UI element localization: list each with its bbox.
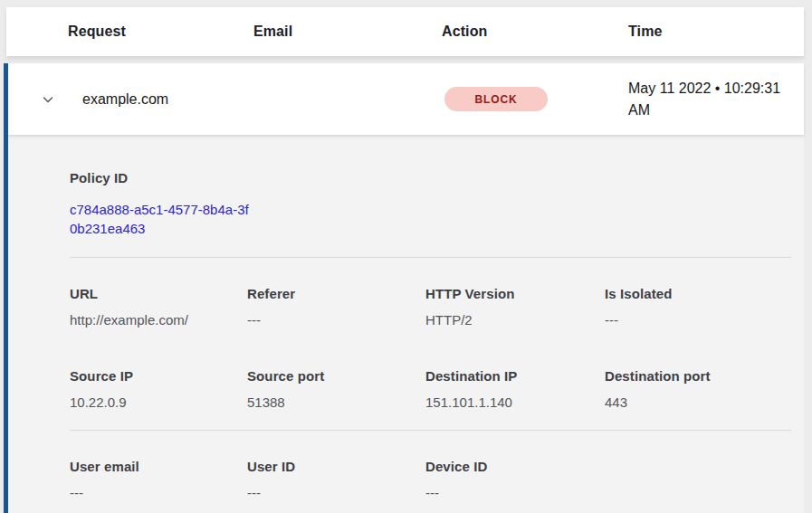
policy-id-link[interactable]: c784a888-a5c1-4577-8b4a-3f0b231ea463	[70, 200, 251, 238]
request-log-card: Request Email Action Time example.com BL…	[6, 7, 804, 513]
field-user-id-label: User ID	[247, 458, 425, 476]
field-user-email-value: ---	[70, 484, 247, 502]
table-header: Request Email Action Time	[6, 7, 804, 56]
policy-id-label: Policy ID	[70, 169, 791, 187]
field-user-email: User email ---	[70, 458, 247, 502]
field-referer: Referer ---	[247, 285, 425, 329]
detail-fields-row-user: User email --- User ID --- Device ID ---	[6, 458, 791, 502]
field-is-isolated-value: ---	[605, 311, 791, 329]
column-header-time: Time	[628, 24, 804, 40]
field-source-port-value: 51388	[247, 394, 425, 412]
field-source-ip-value: 10.22.0.9	[70, 394, 247, 412]
field-user-email-label: User email	[70, 458, 247, 476]
row-detail-panel: Policy ID c784a888-a5c1-4577-8b4a-3f0b23…	[6, 137, 804, 513]
field-destination-ip-label: Destination IP	[425, 367, 605, 385]
header-row-gap	[6, 56, 804, 63]
field-url-value: http://example.com/	[70, 311, 247, 329]
field-referer-label: Referer	[247, 285, 425, 303]
field-referer-value: ---	[247, 311, 425, 329]
section-divider	[70, 257, 791, 258]
field-is-isolated: Is Isolated ---	[605, 285, 791, 329]
detail-fields-row-http: URL http://example.com/ Referer --- HTTP…	[6, 285, 791, 329]
field-destination-port-label: Destination port	[605, 367, 791, 385]
field-user-id: User ID ---	[247, 458, 425, 502]
field-user-id-value: ---	[247, 484, 425, 502]
field-destination-ip: Destination IP 151.101.1.140	[425, 367, 605, 412]
field-source-ip-label: Source IP	[70, 367, 247, 385]
field-http-version-value: HTTP/2	[425, 311, 605, 329]
field-is-isolated-label: Is Isolated	[605, 285, 791, 303]
column-header-request: Request	[68, 24, 253, 40]
row-action-cell: BLOCK	[444, 87, 628, 111]
field-http-version: HTTP Version HTTP/2	[425, 285, 605, 329]
detail-fields-row-network: Source IP 10.22.0.9 Source port 51388 De…	[6, 367, 791, 412]
chevron-down-icon[interactable]	[39, 90, 57, 109]
field-source-port: Source port 51388	[247, 367, 425, 412]
row-request-value: example.com	[70, 91, 444, 108]
row-time-value: May 11 2022 • 10:29:31 AM	[628, 78, 791, 121]
field-destination-port-value: 443	[605, 394, 791, 412]
policy-id-section: Policy ID c784a888-a5c1-4577-8b4a-3f0b23…	[6, 169, 791, 238]
table-row[interactable]: example.com BLOCK May 11 2022 • 10:29:31…	[6, 63, 804, 135]
column-header-action: Action	[442, 24, 628, 40]
field-device-id-label: Device ID	[425, 458, 605, 476]
field-http-version-label: HTTP Version	[425, 285, 605, 303]
field-source-port-label: Source port	[247, 367, 425, 385]
field-destination-port: Destination port 443	[605, 367, 791, 412]
field-device-id: Device ID ---	[425, 458, 605, 502]
field-source-ip: Source IP 10.22.0.9	[70, 367, 247, 412]
field-url-label: URL	[70, 285, 247, 303]
field-device-id-value: ---	[425, 484, 605, 502]
field-destination-ip-value: 151.101.1.140	[425, 394, 605, 412]
field-url: URL http://example.com/	[70, 285, 247, 329]
section-divider	[70, 430, 791, 431]
selected-row-accent-bar	[4, 63, 8, 513]
status-badge-block: BLOCK	[444, 87, 548, 111]
field-empty-cell	[605, 458, 791, 502]
column-header-email: Email	[253, 24, 442, 40]
